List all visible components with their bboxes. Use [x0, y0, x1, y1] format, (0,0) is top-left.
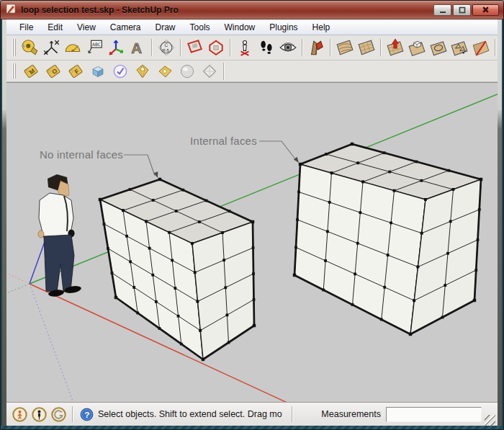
toolbar-grip[interactable]	[12, 39, 16, 56]
tag-o-icon: O	[45, 63, 62, 80]
maximize-button[interactable]	[453, 4, 471, 16]
3d-text-button[interactable]: A	[127, 37, 148, 58]
tag-m-button[interactable]: M	[19, 62, 42, 81]
svg-text:?: ?	[84, 409, 89, 419]
smoove-button[interactable]	[384, 37, 406, 58]
check-circle-button[interactable]	[109, 62, 131, 81]
status-hint: Select objects. Shift to extend select. …	[98, 409, 288, 419]
svg-text:R-5: R-5	[162, 48, 169, 53]
look-around-button[interactable]	[277, 37, 299, 58]
axes-icon	[107, 38, 125, 57]
walk-button[interactable]	[256, 37, 277, 58]
statusbar-separator	[72, 406, 73, 422]
toolbar-grip[interactable]	[12, 63, 16, 78]
menu-help[interactable]: Help	[305, 20, 338, 35]
stamp-icon	[408, 38, 426, 57]
menu-window[interactable]: Window	[217, 20, 263, 35]
smoove-icon	[386, 38, 405, 57]
statusbar: ? Select objects. Shift to extend select…	[6, 402, 499, 426]
gem-bulb-button[interactable]	[131, 62, 153, 81]
menu-tools[interactable]: Tools	[183, 20, 217, 35]
add-detail-button[interactable]	[449, 37, 470, 58]
right-box[interactable]	[293, 143, 482, 336]
tag-o-button[interactable]: O	[42, 62, 64, 81]
position-camera-icon	[235, 38, 254, 57]
measurements-label: Measurements	[321, 409, 381, 419]
toolbar-separator	[330, 39, 331, 56]
tag-f-icon: F	[67, 63, 84, 80]
label-internal-faces: Internal faces	[190, 135, 257, 147]
flip-edge-icon	[472, 38, 490, 57]
menu-draw[interactable]: Draw	[148, 20, 183, 35]
close-button[interactable]	[472, 4, 499, 16]
scene-drawing	[6, 83, 499, 402]
text-label-icon: ABC	[85, 38, 104, 57]
menu-view[interactable]: View	[70, 20, 103, 35]
resize-grip[interactable]	[485, 415, 495, 426]
geo-orange-icon	[12, 406, 28, 423]
blue-cube-button[interactable]	[86, 62, 109, 81]
circle-radius-icon: CR-5	[157, 38, 176, 57]
section-plane-button[interactable]	[184, 37, 206, 58]
section-cut-button[interactable]	[205, 37, 227, 58]
dimension-button[interactable]	[41, 37, 63, 58]
gem-spark-button[interactable]	[153, 62, 176, 81]
stamp-button[interactable]	[406, 37, 428, 58]
diamond-button[interactable]	[198, 62, 220, 81]
svg-text:A: A	[131, 40, 142, 56]
axes-button[interactable]	[105, 37, 127, 58]
protractor-icon	[63, 38, 82, 57]
3d-text-icon: A	[128, 38, 147, 57]
drape-button[interactable]	[428, 37, 449, 58]
circle-radius-button[interactable]: CR-5	[156, 37, 177, 58]
add-detail-icon	[450, 38, 469, 57]
window-border-bottom	[1, 426, 504, 430]
position-camera-button[interactable]	[234, 37, 256, 58]
tag-m-icon: M	[22, 63, 40, 80]
flip-edge-button[interactable]	[470, 37, 492, 58]
gem-bulb-icon	[134, 63, 151, 80]
toolbar-separator	[151, 39, 153, 56]
toolbar-separator	[230, 39, 231, 56]
viewport-3d[interactable]: No internal faces Internal faces	[6, 82, 499, 402]
geo-g-icon	[50, 406, 67, 423]
sphere-button[interactable]	[176, 62, 198, 81]
blue-cube-icon	[89, 63, 107, 80]
toolbar-row2: MOF	[6, 61, 499, 82]
svg-text:ABC: ABC	[92, 42, 101, 48]
drape-icon	[429, 38, 448, 57]
menu-file[interactable]: File	[12, 20, 40, 35]
geo-dark-icon	[31, 406, 48, 423]
titlebar[interactable]: loop selection test.skp - SketchUp Pro	[1, 1, 504, 19]
left-box[interactable]	[99, 178, 256, 361]
person-figure[interactable]	[38, 174, 82, 297]
dimension-icon	[42, 38, 61, 57]
help-button[interactable]: ?	[77, 405, 96, 424]
check-circle-icon	[112, 63, 129, 80]
geo-dark-button[interactable]	[30, 405, 49, 424]
toolbar-separator	[180, 39, 181, 56]
terrain-fold-button[interactable]	[306, 37, 328, 58]
svg-text:C: C	[164, 42, 168, 48]
geo-g-button[interactable]	[49, 405, 68, 424]
help-icon: ?	[79, 407, 94, 422]
terrain-grid-button[interactable]	[356, 37, 377, 58]
window-border-right	[498, 19, 503, 426]
protractor-button[interactable]	[62, 37, 84, 58]
toolbar-separator	[380, 39, 382, 56]
window-title: loop selection test.skp - SketchUp Pro	[21, 5, 433, 15]
tag-f-button[interactable]: F	[64, 62, 86, 81]
tape-measure-button[interactable]	[19, 37, 41, 58]
measurements-input[interactable]	[386, 407, 482, 422]
terrain-contours-button[interactable]	[334, 37, 356, 58]
geo-orange-button[interactable]	[10, 405, 30, 424]
minimize-button[interactable]	[433, 4, 451, 16]
menu-camera[interactable]: Camera	[103, 20, 148, 35]
app-icon	[5, 3, 17, 17]
menu-edit[interactable]: Edit	[40, 20, 70, 35]
window-border-left	[1, 19, 6, 426]
section-plane-icon	[185, 38, 204, 57]
menu-plugins[interactable]: Plugins	[262, 20, 305, 35]
text-label-button[interactable]: ABC	[84, 37, 105, 58]
terrain-grid-icon	[357, 38, 376, 57]
